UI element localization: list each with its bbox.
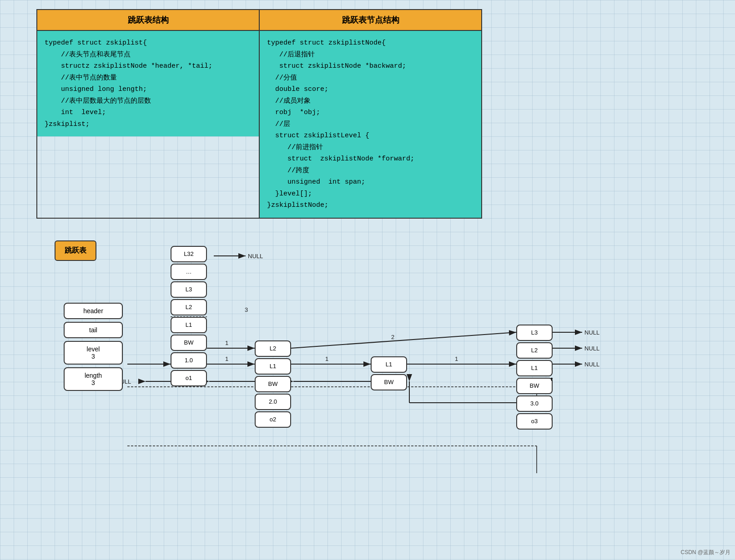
watermark: CSDN @蓝颜～岁月	[680, 549, 730, 556]
nodemid-L1: L1	[371, 356, 407, 373]
node2-L2: L2	[516, 342, 553, 359]
node2-score: 3.0	[516, 395, 553, 412]
col2-body: typedef struct zskiplistNode{ //后退指针 str…	[260, 31, 481, 218]
svg-text:NULL: NULL	[584, 345, 599, 352]
node2-BW: BW ⬆	[516, 378, 553, 394]
col1-header: 跳跃表结构	[37, 10, 259, 31]
node2-L1: L1	[516, 360, 553, 376]
struct-col-node: 跳跃表节点结构 typedef struct zskiplistNode{ //…	[260, 10, 481, 218]
struct-col-skiplist: 跳跃表结构 typedef struct zskiplist{ //表头节点和表…	[37, 10, 260, 218]
header-box-length: length 3	[64, 367, 123, 391]
node0-L3: L3	[171, 281, 207, 298]
svg-text:1: 1	[225, 340, 228, 346]
node0-L32: L32	[171, 246, 207, 262]
svg-text:1: 1	[455, 355, 458, 362]
node0-BW: BW	[171, 335, 207, 351]
node0-ellipsis: …	[171, 264, 207, 280]
header-box-level: level 3	[64, 341, 123, 365]
node0-obj: o1	[171, 370, 207, 386]
nodemid-BW: BW	[371, 374, 407, 390]
node2-col: L3 L2 L1 BW ⬆ 3.0 o3	[516, 325, 553, 430]
svg-text:NULL: NULL	[584, 361, 599, 368]
node0-L2: L2	[171, 299, 207, 315]
struct-table: 跳跃表结构 typedef struct zskiplist{ //表头节点和表…	[36, 9, 482, 219]
svg-text:NULL: NULL	[248, 253, 263, 260]
node2-L3: L3	[516, 325, 553, 341]
header-box-tail: tail	[64, 322, 123, 338]
arrows-svg: NULL 3 1 1 2 1	[36, 232, 696, 541]
svg-line-15	[291, 332, 516, 348]
node0-col: L32 … L3 L2 L1 BW 1.0 o1	[171, 246, 207, 387]
node2-obj: o3	[516, 413, 553, 430]
node1-obj: o2	[255, 411, 291, 428]
svg-text:1: 1	[325, 355, 328, 362]
svg-text:3: 3	[245, 306, 248, 313]
diagram: NULL 3 1 1 2 1	[36, 232, 696, 541]
skiplist-label: 跳跃表	[55, 240, 96, 261]
node0-L1: L1	[171, 317, 207, 333]
header-box-header: header	[64, 303, 123, 319]
main-container: 跳跃表结构 typedef struct zskiplist{ //表头节点和表…	[36, 9, 708, 546]
node0-score: 1.0	[171, 352, 207, 369]
node1-score: 2.0	[255, 394, 291, 410]
node1-L1: L1	[255, 358, 291, 375]
node1-col: L2 L1 BW 2.0 o2	[255, 340, 291, 428]
node1-L2: L2	[255, 340, 291, 357]
col1-body: typedef struct zskiplist{ //表头节点和表尾节点 st…	[37, 31, 259, 136]
col2-header: 跳跃表节点结构	[260, 10, 481, 31]
node1-BW: BW	[255, 376, 291, 392]
svg-text:NULL: NULL	[584, 329, 599, 336]
svg-text:2: 2	[391, 334, 394, 340]
header-group: header tail level 3 length 3	[64, 303, 123, 392]
nodemid-col: L1 BW	[371, 356, 407, 391]
svg-text:1: 1	[225, 355, 228, 362]
